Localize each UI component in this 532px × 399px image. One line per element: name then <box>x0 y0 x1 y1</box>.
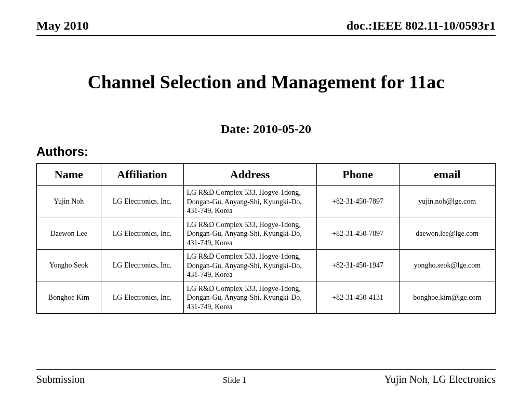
author-address: LG R&D Complex 533, Hogye-1dong, Dongan-… <box>183 250 316 282</box>
table-header-row: Name Affiliation Address Phone email <box>37 164 496 186</box>
footer-right: Yujin Noh, LG Electronics <box>384 374 496 385</box>
author-name: Bonghoe Kim <box>37 282 101 314</box>
col-email: email <box>399 164 495 186</box>
author-aff: LG Electronics, Inc. <box>101 186 183 218</box>
author-email: daewon.lee@lge.com <box>399 218 495 250</box>
footer-bar: Submission Slide 1 Yujin Noh, LG Electro… <box>36 374 496 385</box>
author-phone: +82-31-450-7897 <box>316 218 399 250</box>
date-line: Date: 2010-05-20 <box>36 122 496 136</box>
author-email: bonghoe.kim@lge.com <box>399 282 495 314</box>
author-address: LG R&D Complex 533, Hogye-1dong, Dongan-… <box>183 186 316 218</box>
footer-slide-number: Slide 1 <box>223 376 246 385</box>
table-row: Bonghoe Kim LG Electronics, Inc. LG R&D … <box>37 282 496 314</box>
slide-page: May 2010 doc.:IEEE 802.11-10/0593r1 Chan… <box>0 0 532 399</box>
table-row: Daewon Lee LG Electronics, Inc. LG R&D C… <box>37 218 496 250</box>
table-row: Yujin Noh LG Electronics, Inc. LG R&D Co… <box>37 186 496 218</box>
author-phone: +82-31-450-4131 <box>316 282 399 314</box>
col-name: Name <box>37 164 101 186</box>
header-date: May 2010 <box>36 19 89 33</box>
col-phone: Phone <box>316 164 399 186</box>
authors-label: Authors: <box>36 144 496 159</box>
header-doc-id: doc.:IEEE 802.11-10/0593r1 <box>347 19 496 33</box>
authors-table: Name Affiliation Address Phone email Yuj… <box>36 163 496 314</box>
author-phone: +82-31-450-7897 <box>316 186 399 218</box>
author-address: LG R&D Complex 533, Hogye-1dong, Dongan-… <box>183 282 316 314</box>
author-address: LG R&D Complex 533, Hogye-1dong, Dongan-… <box>183 218 316 250</box>
author-aff: LG Electronics, Inc. <box>101 218 183 250</box>
author-email: yujin.noh@lge.com <box>399 186 495 218</box>
footer-left: Submission <box>36 374 85 385</box>
footer-rule <box>36 369 496 370</box>
author-name: Daewon Lee <box>37 218 101 250</box>
author-email: yongho.seok@lge.com <box>399 250 495 282</box>
table-row: Yongho Seok LG Electronics, Inc. LG R&D … <box>37 250 496 282</box>
author-name: Yongho Seok <box>37 250 101 282</box>
author-phone: +82-31-450-1947 <box>316 250 399 282</box>
page-title: Channel Selection and Management for 11a… <box>36 71 496 93</box>
author-aff: LG Electronics, Inc. <box>101 250 183 282</box>
header-bar: May 2010 doc.:IEEE 802.11-10/0593r1 <box>36 19 496 36</box>
col-affiliation: Affiliation <box>101 164 183 186</box>
author-name: Yujin Noh <box>37 186 101 218</box>
col-address: Address <box>183 164 316 186</box>
author-aff: LG Electronics, Inc. <box>101 282 183 314</box>
